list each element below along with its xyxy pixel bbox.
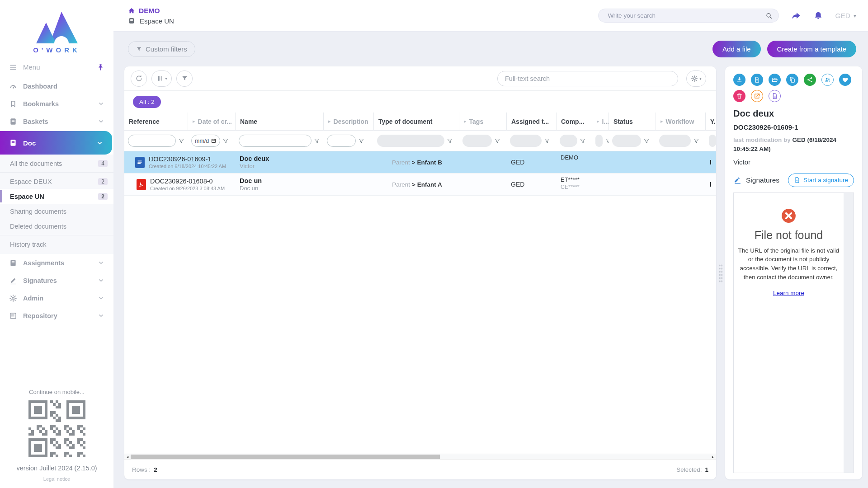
share-button[interactable] xyxy=(791,10,802,21)
column-header-4[interactable]: Type of document xyxy=(373,113,459,130)
column-header-6[interactable]: Assigned t... xyxy=(506,113,556,130)
learn-more-link[interactable]: Learn more xyxy=(773,290,804,296)
heart-button[interactable] xyxy=(839,74,851,86)
sidebar-item-doc[interactable]: Doc xyxy=(0,131,112,155)
panel-resize-handle[interactable] xyxy=(719,264,723,283)
column-funnel-icon[interactable] xyxy=(544,138,550,144)
sidebar-item-admin[interactable]: Admin xyxy=(0,289,113,307)
filter-select[interactable] xyxy=(612,135,641,147)
sidebar-item-repository[interactable]: Repository xyxy=(0,307,113,324)
column-header-10[interactable]: ▸Workflow xyxy=(656,113,705,130)
filter-select[interactable] xyxy=(462,135,492,147)
table-row[interactable]: DOC230926-01609-1Created on 6/18/2024 10… xyxy=(124,151,716,174)
scrollbar-thumb[interactable] xyxy=(131,455,440,459)
notifications-button[interactable] xyxy=(813,11,823,21)
filter-input[interactable] xyxy=(239,135,311,147)
columns-button[interactable]: ▾ xyxy=(151,70,172,87)
column-funnel-icon[interactable] xyxy=(605,138,609,144)
share-button[interactable] xyxy=(804,74,816,86)
download-button[interactable] xyxy=(733,74,745,86)
document-button[interactable] xyxy=(769,90,781,102)
file-upload-button[interactable] xyxy=(751,74,763,86)
sidebar-item-dashboard[interactable]: Dashboard xyxy=(0,77,113,95)
column-header-5[interactable]: ▸Tags xyxy=(459,113,506,130)
bell-icon xyxy=(813,11,823,21)
copy-button[interactable] xyxy=(786,74,798,86)
column-funnel-icon[interactable] xyxy=(178,138,184,144)
subitem-label: History track xyxy=(10,241,47,248)
horizontal-scrollbar[interactable]: ◂ ▸ xyxy=(124,454,716,460)
sidebar-subitem-sharing-documents[interactable]: Sharing documents xyxy=(0,204,113,219)
filter-select[interactable] xyxy=(595,135,603,147)
column-funnel-icon[interactable] xyxy=(643,138,650,144)
pin-icon[interactable] xyxy=(97,63,104,71)
space-crumb[interactable]: Espace UN xyxy=(128,17,174,25)
legal-notice-link[interactable]: Legal notice xyxy=(43,476,70,482)
column-funnel-icon[interactable] xyxy=(580,138,586,144)
document-icon xyxy=(771,93,778,99)
column-funnel-icon[interactable] xyxy=(314,138,320,144)
filter-select[interactable] xyxy=(510,135,542,147)
user-menu[interactable]: GED ▾ xyxy=(835,12,856,20)
search-icon[interactable] xyxy=(765,12,773,19)
column-header-7[interactable]: Comp... xyxy=(556,113,592,130)
trash-button[interactable] xyxy=(733,90,745,102)
people-button[interactable] xyxy=(821,74,834,86)
subitem-label: Sharing documents xyxy=(10,208,66,215)
fulltext-search-input[interactable] xyxy=(497,71,678,86)
filter-select[interactable] xyxy=(377,135,444,147)
sidebar-item-bookmarks[interactable]: Bookmarks xyxy=(0,95,113,113)
sidebar-subitem-deleted-documents[interactable]: Deleted documents xyxy=(0,219,113,234)
cell-assigned: GED xyxy=(506,174,556,195)
count-badge: 2 xyxy=(98,193,108,200)
filter-input[interactable] xyxy=(128,135,176,147)
refresh-button[interactable] xyxy=(131,70,147,87)
global-search-input[interactable] xyxy=(607,12,761,19)
column-header-8[interactable]: ▸I... xyxy=(592,113,609,130)
column-header-0[interactable]: Reference xyxy=(124,113,188,130)
menu-toggle[interactable]: Menu xyxy=(0,57,113,77)
table-row[interactable]: DOC230926-01608-0Created on 9/26/2023 3:… xyxy=(124,174,716,196)
sidebar-item-label: Admin xyxy=(23,295,43,302)
filter-input[interactable] xyxy=(327,135,356,147)
filter-select[interactable] xyxy=(560,135,577,147)
column-funnel-icon[interactable] xyxy=(447,138,453,144)
column-header-9[interactable]: Status xyxy=(609,113,656,130)
sidebar-subitem-espace-deux[interactable]: Espace DEUX2 xyxy=(0,174,113,189)
folder-open-button[interactable] xyxy=(769,74,781,86)
column-header-11[interactable]: Y... xyxy=(705,113,716,130)
sidebar-item-signatures[interactable]: Signatures xyxy=(0,272,113,289)
folder-open-icon xyxy=(771,76,778,83)
pdf-file-icon xyxy=(137,179,146,190)
sidebar-item-assignments[interactable]: Assignments xyxy=(0,254,113,272)
filter-select[interactable] xyxy=(709,135,716,147)
sidebar-subitem-history-track[interactable]: History track xyxy=(0,237,113,252)
workspace-crumb[interactable]: DEMO xyxy=(128,7,174,15)
tab-all[interactable]: All : 2 xyxy=(133,96,161,108)
sidebar-item-baskets[interactable]: Baskets xyxy=(0,113,113,130)
start-signature-button[interactable]: Start a signature xyxy=(788,174,854,187)
column-funnel-icon[interactable] xyxy=(358,138,364,144)
external-link-button[interactable] xyxy=(751,90,763,102)
create-from-template-button[interactable]: Create from a template xyxy=(767,41,856,57)
sidebar-subitem-espace-un[interactable]: Espace UN2 xyxy=(0,189,113,204)
add-file-button[interactable]: Add a file xyxy=(712,41,761,57)
column-header-1[interactable]: ▸Date of cr... xyxy=(188,113,235,130)
date-filter-input[interactable]: mm/d xyxy=(191,135,220,147)
column-filter-10 xyxy=(656,135,705,147)
sidebar-subitem-all-the-documents[interactable]: All the documents4 xyxy=(0,156,113,171)
scroll-left-arrow[interactable]: ◂ xyxy=(124,454,131,460)
type-prefix: Parent xyxy=(392,159,410,166)
custom-filters-button[interactable]: Custom filters xyxy=(128,41,195,57)
filter-select[interactable] xyxy=(659,135,691,147)
sidebar-item-label: Dashboard xyxy=(23,83,57,90)
column-label: Assigned t... xyxy=(511,118,549,125)
column-funnel-icon[interactable] xyxy=(693,138,699,144)
column-header-3[interactable]: ▸Description xyxy=(323,113,373,130)
scroll-right-arrow[interactable]: ▸ xyxy=(710,454,716,460)
filter-button[interactable] xyxy=(176,70,193,87)
column-header-2[interactable]: Name xyxy=(235,113,323,130)
column-funnel-icon[interactable] xyxy=(494,138,500,144)
column-funnel-icon[interactable] xyxy=(222,138,229,144)
table-settings-button[interactable]: ▾ xyxy=(686,70,706,87)
